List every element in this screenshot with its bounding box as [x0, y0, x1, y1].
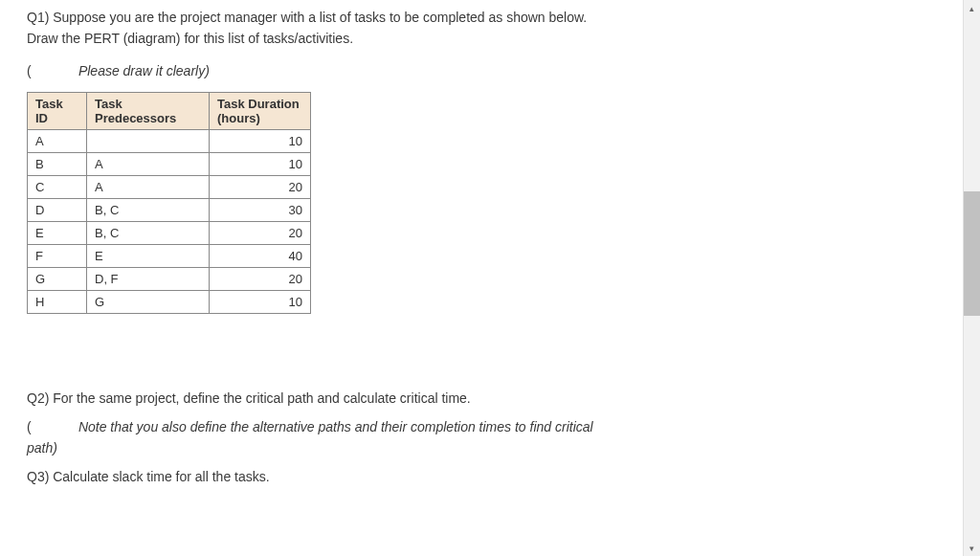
cell-pred: G: [87, 291, 210, 314]
cell-dur: 30: [210, 199, 311, 222]
cell-id: A: [28, 130, 87, 153]
cell-id: G: [28, 268, 87, 291]
q3-text: Q3) Calculate slack time for all the tas…: [27, 469, 936, 484]
chevron-up-icon: ▴: [969, 4, 974, 13]
cell-pred: [87, 130, 210, 153]
cell-pred: B, C: [87, 222, 210, 245]
cell-id: E: [28, 222, 87, 245]
table-row: E B, C 20: [28, 222, 311, 245]
scroll-thumb[interactable]: [964, 191, 980, 316]
table-row: F E 40: [28, 245, 311, 268]
header-task-id: Task ID: [28, 93, 87, 130]
chevron-down-icon: ▾: [969, 544, 974, 553]
q1-note: ( Please draw it clearly): [27, 63, 936, 78]
cell-dur: 10: [210, 130, 311, 153]
table-row: C A 20: [28, 176, 311, 199]
scroll-down-button[interactable]: ▾: [964, 540, 980, 556]
cell-pred: A: [87, 176, 210, 199]
cell-dur: 10: [210, 291, 311, 314]
table-row: H G 10: [28, 291, 311, 314]
cell-dur: 10: [210, 153, 311, 176]
q1-paren: (: [27, 63, 75, 78]
cell-id: B: [28, 153, 87, 176]
document-content: Q1) Suppose you are the project manager …: [0, 0, 964, 556]
table-row: B A 10: [28, 153, 311, 176]
q2-paren: (: [27, 419, 75, 434]
cell-id: H: [28, 291, 87, 314]
cell-pred: A: [87, 153, 210, 176]
table-row: A 10: [28, 130, 311, 153]
cell-pred: E: [87, 245, 210, 268]
cell-pred: D, F: [87, 268, 210, 291]
q2-text: Q2) For the same project, define the cri…: [27, 390, 936, 406]
cell-pred: B, C: [87, 199, 210, 222]
cell-dur: 20: [210, 222, 311, 245]
header-task-dur: Task Duration (hours): [210, 93, 311, 130]
q2-path: path): [27, 440, 936, 456]
cell-dur: 20: [210, 176, 311, 199]
q2-note: ( Note that you also define the alternat…: [27, 419, 936, 434]
table-row: G D, F 20: [28, 268, 311, 291]
header-task-pred: Task Predecessors: [87, 93, 210, 130]
cell-id: F: [28, 245, 87, 268]
cell-dur: 40: [210, 245, 311, 268]
scroll-up-button[interactable]: ▴: [964, 0, 980, 16]
cell-id: C: [28, 176, 87, 199]
cell-id: D: [28, 199, 87, 222]
table-row: D B, C 30: [28, 199, 311, 222]
cell-dur: 20: [210, 268, 311, 291]
q2-note-text: Note that you also define the alternativ…: [78, 419, 593, 434]
vertical-scrollbar[interactable]: ▴ ▾: [964, 0, 980, 556]
q1-note-text: Please draw it clearly): [78, 63, 210, 78]
q1-line2: Draw the PERT (diagram) for this list of…: [27, 31, 936, 46]
q1-line1: Q1) Suppose you are the project manager …: [27, 10, 936, 25]
tasks-table: Task ID Task Predecessors Task Duration …: [27, 92, 311, 314]
